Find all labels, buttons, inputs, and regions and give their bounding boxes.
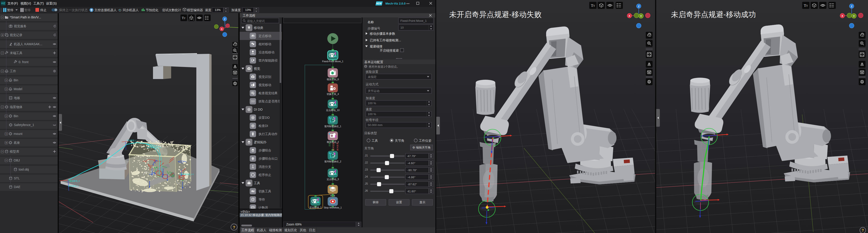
svg-text:Stop Workflow_1: Stop Workflow_1	[324, 206, 342, 209]
svg-text:Z: Z	[851, 5, 852, 8]
svg-text:规划失败: 规划失败	[333, 142, 335, 151]
svg-text:123: 123	[251, 207, 254, 209]
svg-text:X: X	[628, 14, 630, 17]
svg-text:筐内智能路径_2 2: 筐内智能路径_2 2	[179, 173, 194, 175]
svg-text:切换工具_4: 切换工具_4	[327, 93, 339, 95]
svg-text:定点移动_10: 定点移动_10	[147, 146, 158, 148]
svg-text:相对移动_1: 相对移动_1	[68, 185, 79, 187]
svg-text:未开启奇异点规避-移动失败: 未开启奇异点规避-移动失败	[449, 10, 541, 19]
svg-text:定点移动_4: 定点移动_4	[69, 180, 80, 182]
svg-text:定点移动_1: 定点移动_1	[127, 140, 136, 142]
svg-text:?: ?	[862, 229, 864, 232]
svg-text:筐内智能路径_1: 筐内智能路径_1	[324, 125, 341, 128]
svg-text:其他失败: 其他失败	[337, 142, 339, 151]
svg-text:Z: Z	[224, 18, 225, 21]
svg-text:⟳: ⟳	[119, 9, 121, 11]
svg-text:定点移动_3: 定点移动_3	[327, 178, 339, 180]
svg-text:Mech-Viz 2.0.0: Mech-Viz 2.0.0	[385, 2, 406, 5]
svg-text:视觉识别_6: 视觉识别_6	[327, 78, 339, 81]
svg-text:Y: Y	[640, 15, 642, 18]
svg-text:Z: Z	[638, 5, 640, 8]
svg-text:定点移动_10: 定点移动_10	[326, 109, 340, 112]
svg-text:定点移动_1: 定点移动_1	[309, 206, 322, 209]
svg-text:成功: 成功	[329, 142, 331, 147]
svg-text:NEW: NEW	[376, 2, 381, 5]
svg-text:未启奇异点规避-移动成功: 未启奇异点规避-移动成功	[671, 10, 756, 19]
svg-text:Fixed-Point Move_1: Fixed-Point Move_1	[322, 60, 343, 63]
svg-text:VIZ: VIZ	[1, 2, 5, 5]
svg-text:TT: TT	[182, 16, 185, 20]
svg-text:Y: Y	[853, 15, 855, 18]
svg-text:X: X	[221, 28, 223, 30]
svg-text:X: X	[841, 14, 843, 17]
svg-text:?: ?	[233, 225, 235, 230]
svg-text:i: i	[365, 65, 366, 68]
svg-text:筐内智能路径_2: 筐内智能路径_2	[324, 160, 341, 163]
